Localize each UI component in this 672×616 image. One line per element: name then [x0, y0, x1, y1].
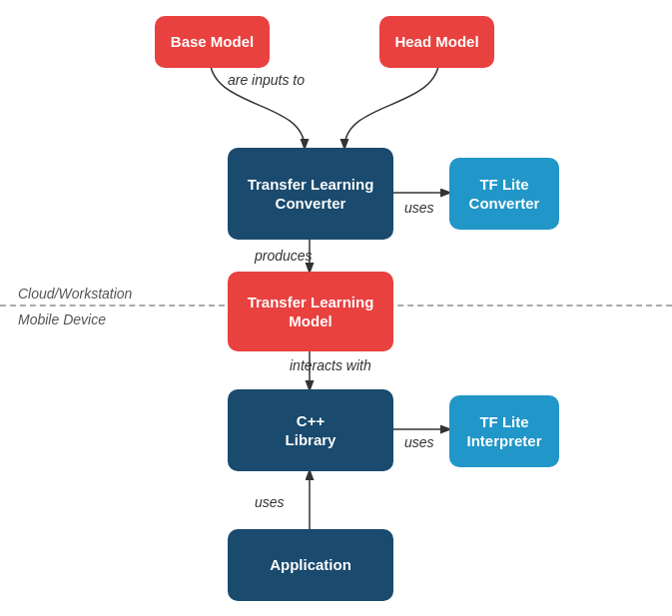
base-model-node: Base Model [155, 16, 270, 68]
head-model-node: Head Model [379, 16, 494, 68]
uses-interpreter-label: uses [404, 434, 434, 450]
transfer-learning-converter-node: Transfer LearningConverter [228, 148, 393, 240]
produces-label: produces [255, 248, 313, 264]
mobile-device-label: Mobile Device [18, 311, 106, 327]
cloud-workstation-label: Cloud/Workstation [18, 286, 132, 302]
tflite-converter-node: TF LiteConverter [449, 158, 559, 230]
cpp-library-node: C++Library [228, 389, 393, 471]
uses-converter-label: uses [404, 200, 434, 216]
application-node: Application [228, 529, 393, 601]
diagram: Base Model Head Model are inputs to Tran… [0, 0, 672, 616]
transfer-learning-model-node: Transfer LearningModel [228, 272, 393, 351]
interacts-with-label: interacts with [290, 357, 371, 373]
uses-library-label: uses [255, 494, 285, 510]
are-inputs-to-label: are inputs to [228, 72, 305, 88]
tflite-interpreter-node: TF LiteInterpreter [449, 395, 559, 467]
